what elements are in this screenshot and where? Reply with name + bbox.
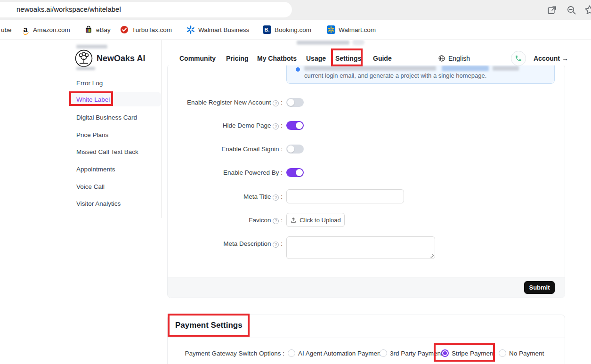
sidebar-item-digital-business-card[interactable]: Digital Business Card bbox=[76, 114, 137, 121]
ebay-bag-icon bbox=[84, 25, 93, 34]
toggle-knob bbox=[296, 169, 303, 176]
bookmark-walmart-com[interactable]: Walmart.com bbox=[327, 24, 376, 36]
field-label-meta-title: Meta Title bbox=[243, 193, 283, 201]
account-link[interactable]: Account → bbox=[534, 55, 568, 62]
radio-label-ai-agent-automation[interactable]: AI Agent Automation Payment bbox=[298, 350, 382, 357]
walmart-yellow-spark-icon bbox=[327, 25, 335, 34]
zoom-out-icon[interactable] bbox=[566, 5, 577, 16]
language-selector[interactable]: English bbox=[448, 55, 470, 62]
nav-item-usage[interactable]: Usage bbox=[306, 55, 326, 62]
nav-item-community[interactable]: Community bbox=[179, 55, 216, 62]
bookmark-label: ube bbox=[1, 26, 12, 33]
nav-item-settings[interactable]: Settings bbox=[335, 55, 361, 62]
field-label-enable-gmail-signin: Enable Gmail Signin bbox=[221, 146, 283, 153]
info-icon bbox=[296, 67, 300, 72]
meta-description-textarea[interactable] bbox=[286, 236, 435, 259]
help-icon[interactable] bbox=[273, 242, 279, 248]
help-icon[interactable] bbox=[273, 218, 279, 224]
favicon-upload-button[interactable]: Click to Upload bbox=[286, 213, 345, 227]
bookmark-label: Walmart.com bbox=[339, 26, 376, 33]
sidebar-item-voice-call[interactable]: Voice Call bbox=[76, 183, 105, 190]
redacted-text bbox=[493, 66, 519, 71]
textarea-resize-handle[interactable] bbox=[429, 253, 434, 258]
radio-stripe-payment[interactable] bbox=[441, 349, 449, 357]
payment-settings-title: Payment Settings bbox=[175, 321, 243, 330]
alert-text: current login email, and generate a proj… bbox=[304, 72, 486, 79]
toggle-knob bbox=[296, 122, 303, 129]
browser-window: newoaks.ai/workspace/whitelabel ube a Am… bbox=[0, 0, 591, 364]
meta-title-input[interactable] bbox=[286, 189, 404, 203]
toggle-enable-register-new-account[interactable] bbox=[286, 98, 304, 107]
radio-3rd-party-payment[interactable] bbox=[380, 349, 387, 357]
toggle-knob bbox=[287, 99, 294, 106]
bookmark-label: eBay bbox=[96, 26, 111, 33]
globe-icon bbox=[438, 55, 445, 62]
favorites-star-icon[interactable] bbox=[584, 4, 591, 16]
submit-button[interactable]: Submit bbox=[524, 281, 555, 294]
bookmark-label: Amazon.com bbox=[33, 26, 70, 33]
bookmark-booking[interactable]: B. Booking.com bbox=[263, 24, 311, 36]
toggle-knob bbox=[287, 146, 294, 153]
nav-item-pricing[interactable]: Pricing bbox=[226, 55, 248, 62]
redacted-link bbox=[442, 65, 489, 71]
bookmark-walmart-business[interactable]: Walmart Business bbox=[186, 24, 249, 36]
redacted-text bbox=[76, 67, 95, 70]
upload-button-label: Click to Upload bbox=[300, 217, 340, 224]
newoaks-logo-icon bbox=[75, 49, 93, 67]
sidebar-item-error-log[interactable]: Error Log bbox=[76, 80, 103, 87]
redacted-toggle bbox=[352, 40, 364, 45]
sidebar-item-price-plans[interactable]: Price Plans bbox=[76, 131, 108, 138]
form-footer bbox=[168, 277, 565, 298]
bookmark-label: TurboTax.com bbox=[132, 26, 172, 33]
radio-label-no-payment[interactable]: No Payment bbox=[509, 350, 544, 357]
amazon-icon: a bbox=[21, 25, 30, 34]
bookmark-label: Booking.com bbox=[275, 26, 311, 33]
payment-gateway-label: Payment Gateway Switch Options bbox=[185, 350, 284, 357]
turbotax-check-icon bbox=[120, 25, 129, 34]
redacted-text bbox=[304, 66, 436, 71]
share-icon[interactable] bbox=[547, 5, 558, 16]
brand-name: NewOaks AI bbox=[97, 54, 145, 64]
toggle-enable-powered-by[interactable] bbox=[286, 168, 304, 177]
radio-no-payment[interactable] bbox=[499, 349, 506, 357]
field-label-enable-powered-by: Enable Powered By bbox=[223, 169, 283, 176]
help-icon[interactable] bbox=[273, 100, 279, 106]
field-label-meta-description: Meta Description bbox=[223, 240, 283, 248]
nav-item-my-chatbots[interactable]: My Chatbots bbox=[257, 55, 297, 62]
field-label-hide-demo-page: Hide Demo Page bbox=[223, 122, 283, 129]
help-icon[interactable] bbox=[273, 194, 279, 201]
upload-icon bbox=[290, 217, 297, 223]
toggle-enable-gmail-signin[interactable] bbox=[286, 145, 304, 154]
help-icon[interactable] bbox=[273, 123, 279, 129]
bookmark-amazon[interactable]: a Amazon.com bbox=[21, 24, 70, 36]
bookmark-label: Walmart Business bbox=[198, 26, 249, 33]
bookmark-turbotax[interactable]: TurboTax.com bbox=[120, 24, 172, 36]
bookmark-youtube[interactable]: ube bbox=[1, 24, 12, 36]
sidebar-item-visitor-analytics[interactable]: Visitor Analytics bbox=[76, 200, 121, 207]
radio-label-stripe[interactable]: Stripe Payment bbox=[452, 350, 495, 357]
redacted-text bbox=[297, 40, 349, 45]
sidebar-item-appointments[interactable]: Appointments bbox=[76, 166, 115, 173]
sidebar-item-missed-call-text-back[interactable]: Missed Call Text Back bbox=[76, 148, 138, 155]
bookmark-ebay[interactable]: eBay bbox=[84, 24, 111, 36]
redacted-text bbox=[76, 45, 107, 49]
toggle-hide-demo-page[interactable] bbox=[286, 121, 304, 130]
payment-header-divider bbox=[168, 338, 565, 338]
sidebar-divider bbox=[161, 40, 162, 218]
walmart-spark-icon bbox=[186, 25, 195, 34]
booking-icon: B. bbox=[263, 25, 271, 34]
phone-icon bbox=[515, 55, 522, 62]
field-label-favicon: Favicon bbox=[249, 217, 283, 224]
avatar[interactable] bbox=[511, 51, 526, 66]
radio-ai-agent-automation-payment[interactable] bbox=[288, 349, 295, 357]
url-text: newoaks.ai/workspace/whitelabel bbox=[16, 5, 121, 13]
radio-label-3rd-party[interactable]: 3rd Party Payment bbox=[390, 350, 443, 357]
nav-item-guide[interactable]: Guide bbox=[373, 55, 392, 62]
sidebar-item-white-label[interactable]: White Label bbox=[76, 96, 110, 103]
field-label-enable-register: Enable Register New Account bbox=[187, 99, 283, 106]
